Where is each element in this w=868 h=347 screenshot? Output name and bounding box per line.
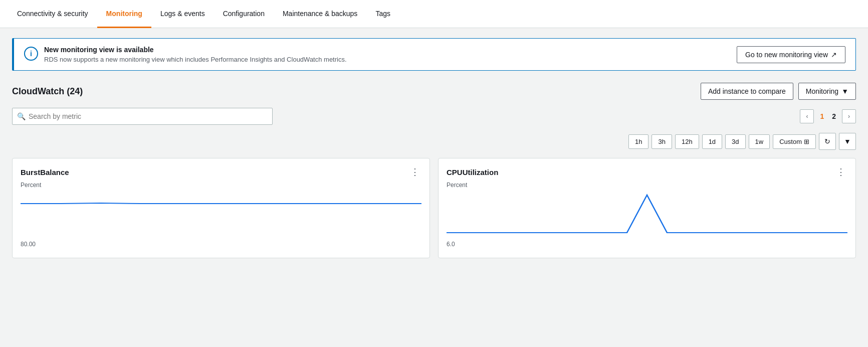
custom-label: Custom (779, 138, 802, 145)
burst-balance-svg (21, 193, 421, 238)
goto-monitoring-button[interactable]: Go to new monitoring view ↗ (737, 46, 845, 63)
burst-balance-menu-icon[interactable]: ⋮ (408, 166, 421, 178)
dropdown-arrow-icon: ▼ (844, 137, 851, 145)
burst-balance-chart-area: 80.00 (21, 193, 421, 248)
search-wrap: 🔍 (12, 108, 273, 125)
cloudwatch-actions: Add instance to compare Monitoring ▼ (701, 83, 856, 100)
info-banner: i New monitoring view is available RDS n… (12, 38, 856, 71)
tab-navigation: Connectivity & security Monitoring Logs … (0, 0, 868, 28)
time-1h-button[interactable]: 1h (628, 134, 648, 149)
tab-connectivity[interactable]: Connectivity & security (8, 0, 97, 28)
cpu-utilization-ylabel: Percent (447, 182, 847, 189)
search-input[interactable] (12, 108, 273, 125)
cpu-utilization-menu-icon[interactable]: ⋮ (834, 166, 847, 178)
calendar-icon: ⊞ (804, 138, 809, 145)
burst-balance-header: BurstBalance ⋮ (21, 166, 421, 178)
goto-label: Go to new monitoring view (745, 51, 828, 59)
time-3h-button[interactable]: 3h (652, 134, 672, 149)
chart-options-button[interactable]: ▼ (839, 133, 856, 150)
time-1w-button[interactable]: 1w (749, 134, 770, 149)
tab-tags[interactable]: Tags (366, 0, 399, 28)
cpu-utilization-chart-area: 6.0 (447, 193, 847, 248)
banner-title: New monitoring view is available (44, 46, 347, 54)
banner-left: i New monitoring view is available RDS n… (24, 46, 347, 63)
info-icon: i (24, 47, 38, 61)
burst-balance-card: BurstBalance ⋮ Percent 80.00 (12, 158, 430, 258)
add-instance-label: Add instance to compare (708, 87, 786, 95)
page-1[interactable]: 1 (818, 111, 826, 121)
tab-maintenance[interactable]: Maintenance & backups (274, 0, 366, 28)
cpu-utilization-card: CPUUtilization ⋮ Percent 6.0 (438, 158, 856, 258)
burst-balance-title: BurstBalance (21, 168, 69, 177)
dropdown-icon: ▼ (841, 87, 848, 95)
refresh-button[interactable]: ↻ (819, 133, 836, 150)
next-page-button[interactable]: › (842, 109, 856, 123)
pagination: ‹ 1 2 › (800, 109, 856, 123)
cpu-utilization-title: CPUUtilization (447, 168, 498, 177)
cpu-utilization-header: CPUUtilization ⋮ (447, 166, 847, 178)
time-12h-button[interactable]: 12h (675, 134, 699, 149)
monitoring-dropdown-button[interactable]: Monitoring ▼ (798, 83, 856, 100)
banner-text: New monitoring view is available RDS now… (44, 46, 347, 63)
burst-balance-yvalue: 80.00 (21, 241, 36, 248)
cloudwatch-title: CloudWatch (24) (12, 86, 83, 97)
add-instance-button[interactable]: Add instance to compare (701, 83, 793, 100)
tab-configuration[interactable]: Configuration (214, 0, 274, 28)
cpu-utilization-yvalue: 6.0 (447, 241, 455, 248)
cloudwatch-header: CloudWatch (24) Add instance to compare … (12, 83, 856, 100)
banner-subtitle: RDS now supports a new monitoring view w… (44, 56, 347, 63)
tab-monitoring[interactable]: Monitoring (97, 0, 151, 28)
tab-logs[interactable]: Logs & events (151, 0, 214, 28)
refresh-icon: ↻ (824, 137, 830, 145)
search-row: 🔍 ‹ 1 2 › (12, 108, 856, 125)
charts-grid: BurstBalance ⋮ Percent 80.00 CPUUtilizat… (12, 158, 856, 258)
time-custom-button[interactable]: Custom ⊞ (773, 134, 816, 149)
time-3d-button[interactable]: 3d (725, 134, 745, 149)
cpu-utilization-svg (447, 193, 847, 238)
burst-balance-ylabel: Percent (21, 182, 421, 189)
monitoring-label: Monitoring (806, 87, 838, 95)
time-toolbar: 1h 3h 12h 1d 3d 1w Custom ⊞ ↻ ▼ (12, 133, 856, 150)
main-content: i New monitoring view is available RDS n… (0, 28, 868, 268)
search-icon: 🔍 (17, 112, 26, 120)
time-1d-button[interactable]: 1d (702, 134, 722, 149)
external-link-icon: ↗ (831, 51, 837, 59)
prev-page-button[interactable]: ‹ (800, 109, 814, 123)
page-2[interactable]: 2 (830, 111, 838, 121)
